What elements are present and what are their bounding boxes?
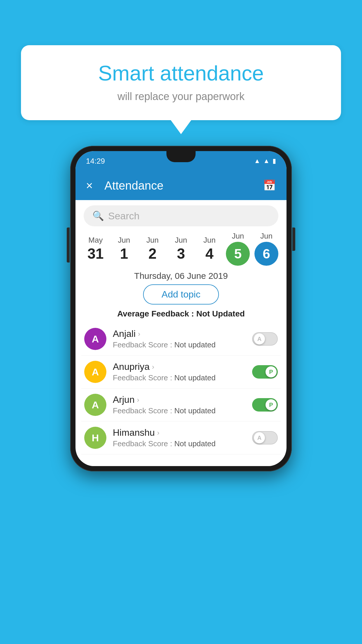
- app-bar-title: Attendance: [104, 179, 263, 192]
- bubble-subtitle: will replace your paperwork: [38, 90, 324, 103]
- avg-feedback-value: Not Updated: [196, 309, 245, 318]
- student-name: Anjali ›: [113, 328, 246, 339]
- app-bar: × Attendance 📅: [75, 171, 287, 200]
- attendance-toggle[interactable]: P: [252, 398, 278, 412]
- cal-date-selected-blue: 6: [254, 242, 278, 266]
- feedback-score: Feedback Score : Not updated: [113, 340, 246, 349]
- avatar: A: [84, 328, 106, 350]
- bubble-title: Smart attendance: [38, 61, 324, 85]
- student-item[interactable]: AArjun ›Feedback Score : Not updatedP: [81, 388, 281, 421]
- feedback-score: Feedback Score : Not updated: [113, 373, 246, 382]
- attendance-toggle[interactable]: P: [252, 365, 278, 379]
- calendar-day[interactable]: Jun5: [224, 232, 252, 266]
- status-time: 14:29: [86, 157, 105, 166]
- toggle-thumb: P: [266, 366, 277, 377]
- student-name: Anupriya ›: [113, 361, 246, 372]
- speech-bubble: Smart attendance will replace your paper…: [21, 45, 341, 120]
- cal-date: 3: [177, 246, 185, 262]
- phone-outer: 14:29 ▲ ▲ ▮ × Attendance 📅 🔍 Search: [70, 146, 292, 471]
- calendar-day[interactable]: Jun2: [138, 236, 166, 262]
- cal-month: May: [88, 236, 103, 245]
- student-item[interactable]: AAnupriya ›Feedback Score : Not updatedP: [81, 356, 281, 388]
- student-name: Arjun ›: [113, 394, 246, 405]
- student-name: Himanshu ›: [113, 427, 246, 438]
- phone-notch: [166, 151, 196, 162]
- chevron-icon: ›: [138, 330, 140, 338]
- avg-feedback-label: Average Feedback :: [117, 309, 194, 318]
- toggle-thumb: A: [254, 432, 265, 443]
- avg-feedback: Average Feedback : Not Updated: [75, 309, 287, 318]
- phone-inner: 14:29 ▲ ▲ ▮ × Attendance 📅 🔍 Search: [75, 151, 287, 466]
- wifi-icon: ▲: [254, 157, 260, 165]
- add-topic-button[interactable]: Add topic: [143, 284, 219, 304]
- feedback-value: Not updated: [174, 439, 216, 448]
- cal-month: Jun: [175, 236, 187, 245]
- calendar-day[interactable]: Jun3: [167, 236, 195, 262]
- calendar-day[interactable]: Jun1: [110, 236, 138, 262]
- toggle-container[interactable]: P: [252, 398, 278, 412]
- chevron-icon: ›: [157, 429, 159, 437]
- add-topic-container: Add topic: [75, 284, 287, 304]
- feedback-value: Not updated: [174, 373, 216, 382]
- speech-bubble-container: Smart attendance will replace your paper…: [21, 45, 341, 120]
- feedback-value: Not updated: [174, 406, 216, 415]
- student-item[interactable]: HHimanshu ›Feedback Score : Not updatedA: [81, 421, 281, 454]
- student-item[interactable]: AAnjali ›Feedback Score : Not updatedA: [81, 323, 281, 356]
- feedback-score: Feedback Score : Not updated: [113, 406, 246, 415]
- calendar-row: May31Jun1Jun2Jun3Jun4Jun5Jun6: [75, 232, 287, 266]
- battery-icon: ▮: [273, 157, 276, 165]
- cal-month: Jun: [146, 236, 159, 245]
- avatar: A: [84, 394, 106, 416]
- search-bar[interactable]: 🔍 Search: [84, 205, 278, 226]
- cal-date: 4: [205, 246, 214, 262]
- close-button[interactable]: ×: [86, 179, 93, 192]
- cal-month: Jun: [118, 236, 130, 245]
- avatar: H: [84, 427, 106, 449]
- attendance-toggle[interactable]: A: [252, 431, 278, 444]
- student-info: Himanshu ›Feedback Score : Not updated: [113, 427, 246, 448]
- toggle-container[interactable]: A: [252, 332, 278, 346]
- attendance-toggle[interactable]: A: [252, 332, 278, 346]
- avatar: A: [84, 361, 106, 383]
- phone-mockup: 14:29 ▲ ▲ ▮ × Attendance 📅 🔍 Search: [70, 146, 292, 471]
- cal-month: Jun: [260, 232, 273, 241]
- student-list: AAnjali ›Feedback Score : Not updatedAAA…: [75, 323, 287, 454]
- cal-month: Jun: [232, 232, 244, 241]
- feedback-value: Not updated: [174, 340, 216, 349]
- selected-date-label: Thursday, 06 June 2019: [75, 271, 287, 281]
- signal-icon: ▲: [263, 157, 270, 165]
- search-placeholder: Search: [108, 210, 140, 222]
- search-icon: 🔍: [92, 210, 104, 221]
- cal-date: 31: [87, 246, 104, 262]
- cal-date: 1: [120, 246, 128, 262]
- calendar-day[interactable]: Jun6: [252, 232, 280, 266]
- student-info: Anupriya ›Feedback Score : Not updated: [113, 361, 246, 382]
- calendar-day[interactable]: Jun4: [196, 236, 224, 262]
- toggle-container[interactable]: A: [252, 431, 278, 444]
- toggle-thumb: P: [266, 399, 277, 410]
- toggle-thumb: A: [254, 333, 265, 344]
- status-icons: ▲ ▲ ▮: [254, 157, 276, 165]
- student-info: Anjali ›Feedback Score : Not updated: [113, 328, 246, 349]
- chevron-icon: ›: [137, 396, 139, 404]
- cal-month: Jun: [203, 236, 216, 245]
- feedback-score: Feedback Score : Not updated: [113, 439, 246, 448]
- chevron-icon: ›: [152, 363, 154, 371]
- cal-date: 2: [148, 246, 157, 262]
- student-info: Arjun ›Feedback Score : Not updated: [113, 394, 246, 415]
- cal-date-selected-green: 5: [226, 242, 250, 266]
- calendar-icon[interactable]: 📅: [263, 179, 276, 192]
- phone-bottom: [75, 454, 287, 466]
- calendar-day[interactable]: May31: [82, 236, 110, 262]
- toggle-container[interactable]: P: [252, 365, 278, 379]
